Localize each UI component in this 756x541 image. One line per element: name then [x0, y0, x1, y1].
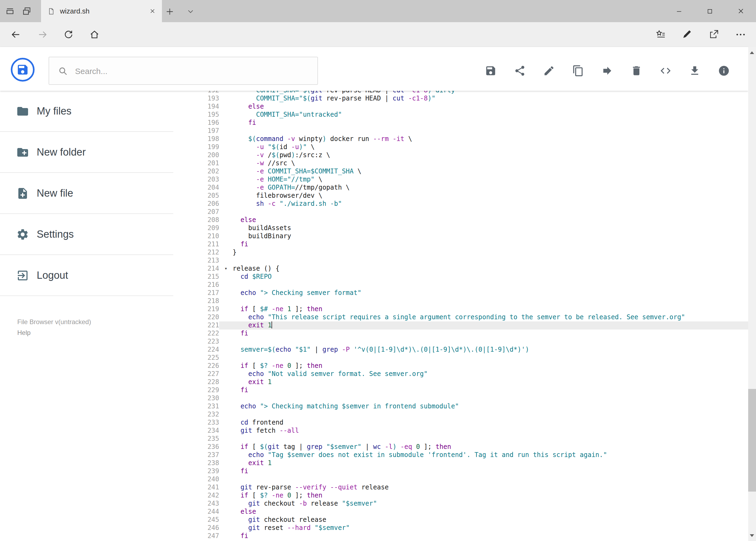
- code-line[interactable]: 227 echo "Not valid semver format. See s…: [173, 370, 748, 378]
- web-note-pen-icon[interactable]: [682, 29, 692, 40]
- tabs-aside-list-icon[interactable]: [22, 6, 31, 16]
- code-line[interactable]: 240: [173, 475, 748, 483]
- share-icon[interactable]: [513, 64, 526, 77]
- code-line[interactable]: 209 buildAssets: [173, 224, 748, 232]
- version-text: File Browser v(untracked): [17, 317, 91, 327]
- tab-close-icon[interactable]: [149, 8, 155, 14]
- code-line[interactable]: 195 COMMIT_SHA="untracked": [173, 111, 748, 119]
- code-line[interactable]: 198 $(command -v winpty) docker run --rm…: [173, 135, 748, 143]
- code-line[interactable]: 216: [173, 281, 748, 289]
- search-bar[interactable]: [49, 57, 318, 85]
- code-line[interactable]: 244 else: [173, 508, 748, 516]
- code-line[interactable]: 208 else: [173, 216, 748, 224]
- code-line[interactable]: 237 echo "Tag $semver does not exist in …: [173, 451, 748, 459]
- code-line[interactable]: 221 exit 1: [173, 321, 748, 329]
- refresh-icon[interactable]: [63, 29, 74, 40]
- set-tabs-aside-icon[interactable]: [5, 6, 15, 16]
- code-line[interactable]: 211 fi: [173, 241, 748, 249]
- page-scrollbar[interactable]: [748, 47, 756, 541]
- code-line[interactable]: 245 git checkout release: [173, 516, 748, 524]
- code-line[interactable]: 207: [173, 208, 748, 216]
- sidebar-item-my-files[interactable]: My files: [0, 91, 173, 132]
- back-icon[interactable]: [10, 29, 21, 40]
- code-line[interactable]: 224 semver=$(echo "$1" | grep -P '^v(0|[…: [173, 346, 748, 354]
- code-line[interactable]: 210 buildBinary: [173, 232, 748, 241]
- code-line[interactable]: 228 exit 1: [173, 378, 748, 386]
- code-line[interactable]: 203 -e HOME="//tmp" \: [173, 176, 748, 184]
- sidebar-item-new-file[interactable]: New file: [0, 173, 173, 214]
- code-line[interactable]: 235: [173, 435, 748, 443]
- code-line[interactable]: 246 git reset --hard "$semver": [173, 524, 748, 532]
- hub-favorites-icon[interactable]: [655, 29, 666, 40]
- code-line[interactable]: 223: [173, 337, 748, 346]
- help-link[interactable]: Help: [17, 328, 91, 337]
- edit-icon[interactable]: [542, 64, 555, 77]
- fold-marker-icon[interactable]: ▾: [219, 265, 233, 273]
- code-editor[interactable]: 192 COMMIT_SHA="$(git rev-parse HEAD | c…: [173, 91, 748, 541]
- code-line[interactable]: 242 if [ $? -ne 0 ]; then: [173, 492, 748, 500]
- code-line[interactable]: 238 exit 1: [173, 459, 748, 467]
- code-line[interactable]: 204 -e GOPATH=//tmp/gopath \: [173, 184, 748, 192]
- line-number: 198: [173, 135, 219, 143]
- new-tab-button[interactable]: [162, 4, 177, 19]
- code-line[interactable]: 215 cd $REPO: [173, 273, 748, 281]
- code-icon[interactable]: [659, 64, 672, 77]
- code-line[interactable]: 230: [173, 394, 748, 402]
- download-icon[interactable]: [688, 64, 701, 77]
- code-line[interactable]: 202 -e COMMIT_SHA=$COMMIT_SHA \: [173, 168, 748, 176]
- forward-icon[interactable]: [37, 29, 48, 40]
- save-icon[interactable]: [484, 64, 497, 77]
- info-icon[interactable]: [717, 64, 730, 77]
- scroll-up-arrow-icon[interactable]: [748, 48, 756, 57]
- code-line[interactable]: 197: [173, 127, 748, 135]
- code-line[interactable]: 234 git fetch --all: [173, 427, 748, 435]
- code-line[interactable]: 199 -u "$(id -u)" \: [173, 143, 748, 151]
- code-line[interactable]: 212}: [173, 249, 748, 257]
- code-line[interactable]: 222 fi: [173, 329, 748, 337]
- search-input[interactable]: [75, 66, 309, 75]
- code-line[interactable]: 205 filebrowser/dev \: [173, 192, 748, 200]
- sidebar-item-logout[interactable]: Logout: [0, 255, 173, 296]
- sidebar-item-new-folder[interactable]: New folder: [0, 132, 173, 173]
- scroll-down-arrow-icon[interactable]: [748, 531, 756, 540]
- code-line[interactable]: 226 if [ $? -ne 0 ]; then: [173, 362, 748, 370]
- copy-icon[interactable]: [571, 64, 584, 77]
- code-line[interactable]: 217 echo "> Checking semver format": [173, 289, 748, 297]
- code-line[interactable]: 218: [173, 297, 748, 305]
- code-line[interactable]: 200 -v /$(pwd):/src:z \: [173, 151, 748, 159]
- code-line[interactable]: 239 fi: [173, 467, 748, 475]
- code-line[interactable]: 214▾release () {: [173, 265, 748, 273]
- code-line[interactable]: 194 else: [173, 103, 748, 111]
- window-maximize-button[interactable]: [694, 0, 725, 22]
- code-line[interactable]: 233 cd frontend: [173, 419, 748, 427]
- code-line[interactable]: 232: [173, 410, 748, 419]
- code-line[interactable]: 231 echo "> Checking matching $semver in…: [173, 402, 748, 410]
- code-line[interactable]: 219 if [ $# -ne 1 ]; then: [173, 305, 748, 313]
- code-line[interactable]: 236 if [ $(git tag | grep "$semver" | wc…: [173, 443, 748, 451]
- tab-preview-chevron-icon[interactable]: [183, 4, 197, 18]
- code-line[interactable]: 201 -w //src \: [173, 159, 748, 168]
- code-line[interactable]: 247 fi: [173, 532, 748, 540]
- scrollbar-thumb[interactable]: [748, 389, 756, 492]
- code-line[interactable]: 220 echo "This release script requires a…: [173, 313, 748, 321]
- share-icon[interactable]: [709, 29, 720, 40]
- code-line[interactable]: 229 fi: [173, 386, 748, 394]
- more-icon[interactable]: [735, 29, 746, 40]
- sidebar-item-settings[interactable]: Settings: [0, 214, 173, 255]
- code-line[interactable]: 193 COMMIT_SHA="$(git rev-parse HEAD | c…: [173, 95, 748, 103]
- code-line[interactable]: 192 COMMIT_SHA="$(git rev-parse HEAD | c…: [173, 91, 748, 95]
- window-minimize-button[interactable]: [664, 0, 694, 22]
- line-number: 209: [173, 224, 219, 232]
- code-text: filebrowser/dev \: [233, 192, 748, 200]
- delete-icon[interactable]: [630, 64, 642, 77]
- code-line[interactable]: 196 fi: [173, 119, 748, 127]
- code-line[interactable]: 241 git rev-parse --verify --quiet relea…: [173, 483, 748, 492]
- code-line[interactable]: 206 sh -c "./wizard.sh -b": [173, 200, 748, 208]
- code-line[interactable]: 225: [173, 354, 748, 362]
- browser-tab[interactable]: wizard.sh: [41, 0, 162, 22]
- home-icon[interactable]: [89, 29, 100, 40]
- code-line[interactable]: 213: [173, 257, 748, 265]
- code-line[interactable]: 243 git checkout -b release "$semver": [173, 500, 748, 508]
- move-icon[interactable]: [601, 64, 614, 77]
- window-close-button[interactable]: [725, 0, 756, 22]
